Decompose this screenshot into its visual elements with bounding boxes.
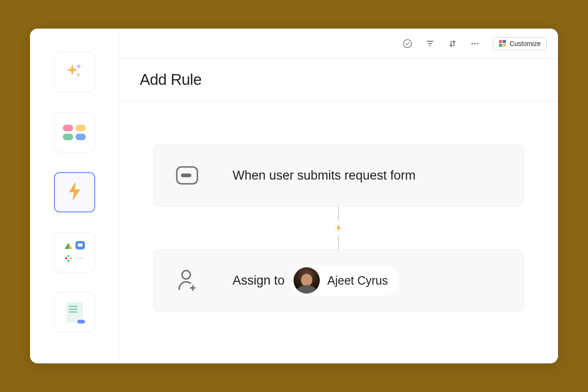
- more-icon[interactable]: [470, 39, 480, 48]
- svg-rect-12: [181, 173, 191, 177]
- svg-point-8: [471, 43, 473, 45]
- sidebar-item-rules[interactable]: [54, 172, 95, 212]
- svg-point-4: [403, 39, 411, 47]
- sparkle-icon: [65, 61, 84, 83]
- customize-button[interactable]: Customize: [493, 37, 547, 50]
- action-prefix: Assign to: [233, 273, 285, 288]
- svg-point-13: [182, 271, 190, 279]
- apps-icon: ⋯: [63, 241, 86, 264]
- sidebar-item-forms[interactable]: [54, 292, 95, 332]
- sidebar-item-apps[interactable]: ⋯: [54, 232, 95, 272]
- svg-rect-3: [68, 260, 69, 262]
- fields-icon: [63, 125, 86, 140]
- avatar: [294, 267, 320, 294]
- filter-icon[interactable]: [425, 39, 435, 48]
- toolbar: Customize: [119, 29, 558, 59]
- connector: [338, 206, 339, 249]
- document-icon: [66, 302, 83, 323]
- lightning-badge-icon: [335, 220, 342, 235]
- sidebar-item-ai[interactable]: [54, 52, 95, 92]
- main-panel: Customize Add Rule When user submits req…: [119, 29, 558, 363]
- page-header: Add Rule: [119, 59, 558, 101]
- assign-person-icon: [175, 269, 199, 292]
- grid-icon: [499, 40, 506, 47]
- svg-rect-2: [70, 257, 72, 259]
- svg-point-9: [474, 43, 476, 45]
- rule-canvas: When user submits request form: [119, 101, 558, 363]
- trigger-text: When user submits request form: [233, 168, 415, 183]
- app-window: ⋯: [30, 29, 558, 363]
- assignee-name: Ajeet Cyrus: [327, 274, 388, 287]
- svg-rect-0: [65, 257, 67, 259]
- check-circle-icon[interactable]: [403, 39, 412, 48]
- form-icon: [175, 166, 199, 185]
- lightning-icon: [66, 180, 83, 204]
- customize-label: Customize: [510, 40, 541, 47]
- trigger-card[interactable]: When user submits request form: [153, 144, 524, 206]
- sidebar: ⋯: [30, 29, 119, 363]
- action-card[interactable]: Assign to Ajeet Cyrus: [153, 249, 524, 311]
- sort-icon[interactable]: [448, 39, 457, 48]
- svg-point-10: [477, 43, 479, 45]
- svg-rect-1: [68, 255, 69, 257]
- sidebar-item-fields[interactable]: [54, 112, 95, 152]
- page-title: Add Rule: [140, 71, 537, 89]
- assignee-pill[interactable]: Ajeet Cyrus: [291, 265, 400, 296]
